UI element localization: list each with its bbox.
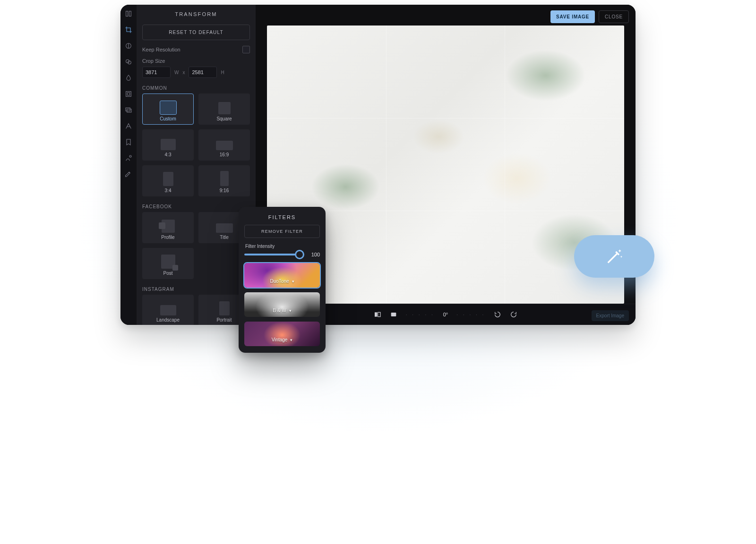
tool-rail (120, 5, 137, 325)
filter-swatches: DuoTone B & W Vintage (244, 263, 320, 346)
magic-wand-button[interactable] (574, 235, 654, 278)
export-image-button[interactable]: Export Image (592, 310, 629, 321)
draw-icon[interactable] (124, 154, 133, 162)
crop-size-inputs: W x H (142, 67, 250, 78)
tile-16-9[interactable]: 16:9 (198, 129, 250, 161)
crop-icon[interactable] (124, 26, 133, 34)
blur-icon[interactable] (124, 74, 133, 82)
svg-rect-11 (378, 312, 380, 316)
remove-filter-button[interactable]: REMOVE FILTER (244, 225, 320, 238)
rotate-ccw-icon[interactable] (494, 311, 501, 318)
rotate-cw-icon[interactable] (510, 311, 517, 318)
tile-9-16[interactable]: 9:16 (198, 165, 250, 196)
crop-size-label: Crop Size (142, 58, 250, 64)
crop-width-input[interactable] (142, 67, 171, 78)
tile-fb-post[interactable]: Post (142, 248, 194, 279)
swatch-bw[interactable]: B & W (244, 292, 320, 317)
stage: SAVE IMAGE CLOSE TRANSFORM RESET TO DEFA… (76, 0, 680, 434)
crop-size-separator: x (182, 70, 185, 75)
transform-body: RESET TO DEFAULT Keep Resolution Crop Si… (137, 22, 256, 325)
tile-ig-landscape[interactable]: Landscape (142, 295, 194, 325)
keep-resolution-checkbox[interactable] (242, 46, 250, 53)
tiles-common: Custom Square 4:3 16:9 3:4 9:16 (142, 94, 250, 196)
keep-resolution-row: Keep Resolution (142, 46, 250, 53)
crop-height-unit: H (221, 70, 224, 75)
text-icon[interactable] (124, 122, 133, 130)
transform-panel: TRANSFORM RESET TO DEFAULT Keep Resoluti… (137, 5, 256, 325)
frame-icon[interactable] (124, 90, 133, 98)
adjust-icon[interactable] (124, 42, 133, 50)
svg-rect-1 (129, 11, 131, 17)
svg-point-9 (129, 155, 131, 157)
tiles-instagram: Landscape Portrait (142, 295, 250, 325)
close-button[interactable]: CLOSE (599, 10, 629, 23)
svg-rect-8 (127, 109, 131, 112)
section-facebook: FACEBOOK (142, 204, 250, 209)
crop-height-input[interactable] (189, 67, 217, 78)
brush-icon[interactable] (124, 170, 133, 178)
tile-custom[interactable]: Custom (142, 94, 194, 125)
tile-square[interactable]: Square (198, 94, 250, 125)
bookmark-icon[interactable] (124, 138, 133, 146)
slider-track[interactable] (244, 254, 303, 255)
svg-rect-0 (126, 11, 128, 17)
tiles-facebook: Profile Title Post (142, 212, 250, 279)
swatch-vintage[interactable]: Vintage (244, 322, 320, 346)
svg-rect-6 (127, 93, 129, 95)
save-image-button[interactable]: SAVE IMAGE (550, 10, 595, 23)
svg-rect-10 (375, 312, 377, 316)
crop-width-unit: W (174, 70, 179, 75)
section-instagram: INSTAGRAM (142, 287, 250, 292)
svg-rect-5 (126, 92, 131, 97)
svg-rect-12 (391, 313, 396, 316)
filter-intensity-slider[interactable]: 100 (244, 252, 320, 257)
overlay-icon[interactable] (124, 106, 133, 114)
filter-intensity-value: 100 (307, 252, 320, 257)
filters-icon[interactable] (124, 58, 133, 66)
keep-resolution-label: Keep Resolution (142, 47, 180, 52)
section-common: COMMON (142, 85, 250, 91)
filter-intensity-label: Filter Intensity (245, 244, 319, 249)
library-icon[interactable] (124, 9, 133, 18)
angle-scale-right: · · · · · (456, 312, 485, 317)
magic-wand-icon (605, 247, 624, 266)
filters-title: FILTERS (244, 212, 320, 225)
swatch-duotone[interactable]: DuoTone (244, 263, 320, 288)
angle-readout: 0° (443, 312, 448, 317)
header-actions: SAVE IMAGE CLOSE (550, 10, 629, 23)
fit-icon[interactable] (390, 311, 397, 318)
transform-title: TRANSFORM (137, 5, 256, 22)
filters-popover: FILTERS REMOVE FILTER Filter Intensity 1… (239, 207, 326, 353)
editor-window: SAVE IMAGE CLOSE TRANSFORM RESET TO DEFA… (120, 5, 636, 325)
angle-scale-left: · · · · · (406, 312, 435, 317)
tile-3-4[interactable]: 3:4 (142, 165, 194, 196)
reset-to-default-button[interactable]: RESET TO DEFAULT (142, 25, 250, 40)
tile-fb-profile[interactable]: Profile (142, 212, 194, 243)
slider-knob[interactable] (295, 250, 304, 259)
compare-icon[interactable] (374, 311, 381, 318)
tile-4-3[interactable]: 4:3 (142, 129, 194, 161)
svg-rect-7 (126, 108, 130, 111)
